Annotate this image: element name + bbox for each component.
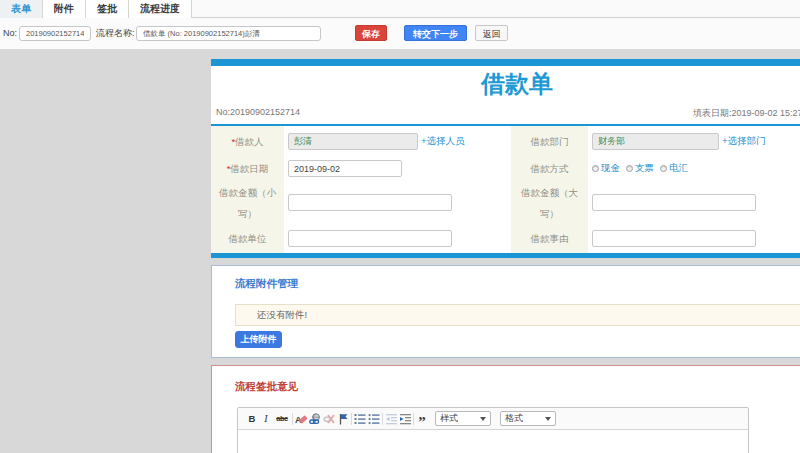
field-value-cell: 现金 支票 电汇	[588, 156, 800, 181]
radio-wire[interactable]: 电汇	[660, 162, 688, 175]
styles-combo[interactable]: 样式	[435, 411, 491, 426]
loan-form-table: *借款人 +选择人员 借款部门 +选择部门 *借款日期 借款方式 现金 支票 电…	[211, 126, 800, 253]
unit-label-text: 借款单位	[229, 233, 267, 244]
amount-big-label-text: 借款金额（大写）	[521, 187, 578, 219]
bold-icon[interactable]: B	[245, 412, 259, 426]
reason-input[interactable]	[592, 230, 756, 247]
unit-input[interactable]	[288, 230, 452, 247]
attachment-heading: 流程附件管理	[235, 278, 800, 289]
bullet-list-icon[interactable]	[367, 412, 381, 426]
field-value-cell	[588, 224, 800, 253]
toolbar-separator	[351, 413, 352, 425]
indent-icon[interactable]	[398, 412, 412, 426]
amount-small-label: 借款金额（小写）	[211, 181, 284, 224]
form-title: 借款单	[211, 66, 800, 101]
loan-date-input[interactable]	[288, 160, 402, 177]
select-person-link[interactable]: +选择人员	[421, 135, 465, 146]
bold-letter: B	[249, 413, 256, 424]
content-wrap: 借款单 No:20190902152714 填表日期:2019-09-02 15…	[211, 59, 800, 453]
field-value-cell	[284, 156, 511, 181]
radio-cash-label: 现金	[601, 162, 620, 175]
amount-small-input[interactable]	[288, 194, 452, 211]
form-top-band	[211, 59, 800, 66]
borrower-label: *借款人	[211, 126, 284, 156]
forward-next-step-button[interactable]: 转交下一步	[404, 25, 467, 41]
chevron-down-icon	[480, 417, 486, 421]
form-date-text: 填表日期:2019-09-02 15:27:14	[693, 107, 800, 120]
editor-toolbar: B I abc A ” 样式 格式	[238, 408, 748, 430]
link-icon[interactable]	[308, 412, 322, 426]
field-value-cell	[588, 181, 800, 224]
field-value-cell	[284, 224, 511, 253]
loan-date-label: *借款日期	[211, 156, 284, 181]
tab-bar-filler	[192, 0, 800, 17]
flow-name-input[interactable]	[136, 26, 321, 41]
toolbar-separator	[382, 413, 383, 425]
remove-format-icon[interactable]: A	[294, 412, 308, 426]
field-value-cell: +选择部门	[588, 126, 800, 156]
radio-cheque-circle[interactable]	[626, 165, 633, 172]
dept-input[interactable]	[592, 133, 719, 150]
radio-wire-label: 电汇	[669, 162, 688, 175]
chevron-down-icon	[545, 417, 551, 421]
format-combo[interactable]: 格式	[500, 411, 556, 426]
flow-name-label: 流程名称:	[96, 18, 135, 49]
styles-combo-label: 样式	[440, 412, 470, 425]
tab-attachment[interactable]: 附件	[43, 0, 86, 18]
borrower-label-text: 借款人	[235, 136, 264, 147]
radio-cash-circle[interactable]	[592, 165, 599, 172]
main-area: 借款单 No:20190902152714 填表日期:2019-09-02 15…	[0, 49, 800, 453]
no-input[interactable]	[19, 26, 91, 41]
sign-opinion-card: 流程签批意见 B I abc A ” 样式 格式	[211, 365, 800, 453]
amount-big-input[interactable]	[592, 194, 756, 211]
loan-date-label-text: 借款日期	[230, 163, 268, 174]
ordered-list-icon[interactable]	[353, 412, 367, 426]
loan-method-radios: 现金 支票 电汇	[592, 162, 800, 175]
back-button[interactable]: 返回	[475, 25, 508, 41]
form-bottom-band	[211, 253, 800, 258]
tab-sign[interactable]: 签批	[86, 0, 129, 18]
loan-method-label-text: 借款方式	[531, 163, 569, 174]
upload-attachment-button[interactable]: 上传附件	[235, 331, 282, 348]
borrower-input[interactable]	[288, 133, 418, 150]
unlink-icon[interactable]	[322, 412, 336, 426]
rich-text-editor: B I abc A ” 样式 格式	[237, 407, 749, 453]
radio-cheque-label: 支票	[635, 162, 654, 175]
form-no-text: No:20190902152714	[216, 107, 300, 117]
save-button[interactable]: 保存	[355, 25, 387, 41]
format-combo-label: 格式	[505, 412, 535, 425]
italic-letter: I	[264, 413, 267, 424]
no-label: No:	[3, 18, 17, 49]
radio-wire-circle[interactable]	[660, 165, 667, 172]
toolbar-separator	[292, 413, 293, 425]
reason-label-text: 借款事由	[531, 233, 569, 244]
tab-form[interactable]: 表单	[0, 0, 43, 18]
sign-opinion-heading: 流程签批意见	[235, 381, 800, 392]
anchor-flag-icon[interactable]	[336, 412, 350, 426]
strikethrough-icon[interactable]: abc	[273, 412, 291, 426]
tab-progress[interactable]: 流程进度	[129, 0, 192, 18]
toolbar: No: 流程名称: 保存 转交下一步 返回	[0, 18, 800, 49]
attachment-empty-bar: 还没有附件!	[235, 304, 800, 326]
field-value-cell	[284, 181, 511, 224]
radio-cheque[interactable]: 支票	[626, 162, 654, 175]
dept-label: 借款部门	[511, 126, 588, 156]
outdent-icon[interactable]	[384, 412, 398, 426]
radio-cash[interactable]: 现金	[592, 162, 620, 175]
italic-icon[interactable]: I	[259, 412, 273, 426]
reason-label: 借款事由	[511, 224, 588, 253]
blockquote-icon[interactable]: ”	[415, 412, 429, 426]
strikethrough-letters: abc	[276, 414, 287, 423]
dept-label-text: 借款部门	[531, 136, 569, 147]
loan-method-label: 借款方式	[511, 156, 588, 181]
select-dept-link[interactable]: +选择部门	[722, 135, 766, 146]
editor-content[interactable]	[238, 430, 748, 453]
amount-big-label: 借款金额（大写）	[511, 181, 588, 224]
toolbar-separator	[413, 413, 414, 425]
attachment-card: 流程附件管理 还没有附件! 上传附件	[211, 265, 800, 358]
quote-glyph: ”	[418, 413, 426, 424]
unit-label: 借款单位	[211, 224, 284, 253]
loan-form-card: 借款单 No:20190902152714 填表日期:2019-09-02 15…	[211, 59, 800, 258]
tab-bar: 表单 附件 签批 流程进度	[0, 0, 800, 18]
field-value-cell: +选择人员	[284, 126, 511, 156]
